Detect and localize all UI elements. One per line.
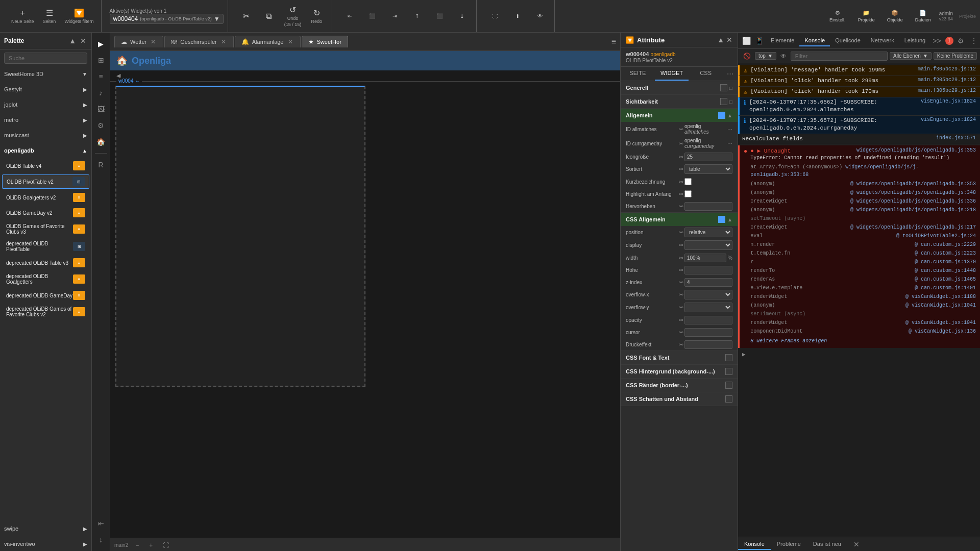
opacity-input[interactable] — [684, 316, 732, 324]
more-frames-link[interactable]: 8 weitere Frames anzeigen — [750, 338, 827, 344]
neue-seite-button[interactable]: + Neue Seite — [8, 7, 37, 26]
side-layers-button[interactable]: ≡ — [94, 69, 108, 84]
sortiert-link-icon[interactable]: ⚯ — [679, 166, 683, 172]
devtools-probleme-dropdown[interactable]: Keine Probleme — [934, 52, 977, 60]
highlight-link-icon[interactable]: ⚯ — [679, 191, 683, 197]
geschirrspueler-tab-close[interactable]: ✕ — [220, 38, 227, 45]
position-link-icon[interactable]: ⚯ — [679, 230, 683, 235]
css-hintergrund-checkbox[interactable] — [725, 368, 732, 375]
align-middle-button[interactable]: ⬛ — [429, 11, 450, 21]
tab-quellcode[interactable]: Quellcode — [830, 35, 866, 46]
fullscreen-button[interactable]: ⛶ — [485, 11, 505, 21]
expand-row[interactable]: ▶ — [738, 349, 980, 360]
canvas-zoom-in-button[interactable]: + — [146, 541, 156, 550]
canvas-fit-button[interactable]: ⛶ — [160, 541, 172, 550]
attr-section-generell-header[interactable]: Generell □ — [621, 81, 738, 94]
undo-button[interactable]: ↺ Undo (15 / 15) — [281, 3, 305, 29]
devtools-ebenen-dropdown[interactable]: Alle Ebenen ▼ — [890, 52, 932, 60]
widget-selector[interactable]: w000404 (openligadb - OLiDB PivotTable v… — [110, 14, 224, 24]
template-fn-link[interactable]: @ can.custom.js:2223 — [915, 249, 976, 257]
category-gestyit-header[interactable]: GestyIt ▶ — [4, 84, 87, 94]
overflow-x-link-icon[interactable]: ⚯ — [679, 292, 683, 297]
category-vis-inventwo-header[interactable]: vis-inventwo ▶ — [4, 539, 87, 549]
side-play-button[interactable]: ▶ — [94, 37, 108, 51]
sichtbarkeit-checkbox[interactable] — [720, 98, 727, 105]
preview-button[interactable]: 👁 — [530, 11, 550, 21]
width-input[interactable] — [684, 254, 726, 262]
bottom-tab-probleme[interactable]: Probleme — [771, 539, 807, 550]
icongroesse-input[interactable] — [684, 153, 732, 161]
anon-link-3[interactable]: @ widgets/openligadb/js/openligadb.js:21… — [850, 206, 976, 214]
n-render-link[interactable]: @ can.custom.js:2229 — [915, 241, 976, 248]
renderto-link[interactable]: @ can.custom.js:1448 — [915, 267, 976, 274]
hoehe-input[interactable] — [684, 266, 732, 274]
category-jqplot-header[interactable]: jqplot ▶ — [4, 99, 87, 110]
anon-link-1[interactable]: @ widgets/openligadb/js/openligadb.js:35… — [850, 180, 976, 188]
side-r-button[interactable]: R — [94, 158, 108, 172]
side-expand-button[interactable]: ⇤ — [94, 516, 108, 531]
renderwidget-link-2[interactable]: @ visCanWidget.jsx:1041 — [905, 319, 976, 327]
error-file-link[interactable]: widgets/openligadb/js/openligadb.js:353 — [856, 147, 976, 155]
list-item[interactable]: OLiDB Table v4 ≡ — [2, 159, 89, 172]
allgemein-checkbox[interactable] — [718, 112, 725, 119]
css-font-checkbox[interactable] — [725, 354, 732, 361]
list-item[interactable]: OLiDB PivotTable v2 ⊞ — [2, 174, 89, 189]
align-top-button[interactable]: ⤒ — [407, 11, 427, 21]
eval-link[interactable]: @ toOLiDBPivotTable2.js:24 — [896, 232, 976, 240]
attr-section-sichtbarkeit-header[interactable]: Sichtbarkeit □ — [621, 95, 738, 108]
allmatches-edit-icon[interactable]: ⋯ — [727, 127, 732, 132]
align-left-button[interactable]: ⇤ — [339, 11, 360, 21]
tab-konsole[interactable]: Konsole — [799, 35, 830, 46]
cut-button[interactable]: ✂ — [236, 9, 257, 23]
anon-vis-link[interactable]: @ visCanWidget.jsx:1041 — [905, 302, 976, 309]
kurzbezeichnung-checkbox[interactable] — [684, 178, 692, 185]
export-button[interactable]: ⬆ — [507, 11, 528, 21]
overflow-y-select[interactable] — [684, 303, 732, 312]
console-link-1[interactable]: main.f305bc29.js:12 — [918, 66, 976, 72]
bottom-tab-das-ist-neu[interactable]: Das ist neu — [807, 539, 847, 550]
attr-section-css-hintergrund-header[interactable]: CSS Hintergrund (background-...) — [621, 365, 738, 378]
attr-section-css-raender-header[interactable]: CSS Ränder (border-...) — [621, 379, 738, 392]
align-bottom-button[interactable]: ⤓ — [452, 11, 472, 21]
hervorheben-input[interactable] — [684, 202, 732, 211]
hervorheben-link-icon[interactable]: ⚯ — [679, 204, 683, 209]
position-select[interactable]: relative — [684, 228, 732, 237]
hoehe-link-icon[interactable]: ⚯ — [679, 267, 683, 273]
dateien-button[interactable]: 📄 Dateien — [911, 8, 935, 24]
list-item[interactable]: deprecated OLiDB PivotTable ⊞ — [2, 239, 89, 254]
side-settings-button[interactable]: ⚙ — [94, 118, 108, 133]
eviewetemplate-link[interactable]: @ can.custom.js:1401 — [915, 284, 976, 292]
list-item[interactable]: deprecated OLiDB Table v3 ≡ — [2, 256, 89, 269]
side-image-button[interactable]: 🖼 — [94, 102, 108, 116]
side-music-button[interactable]: ♪ — [94, 86, 108, 100]
console-link-5[interactable]: visEngine.jsx:1824 — [921, 117, 976, 122]
devtools-filter-input[interactable] — [791, 52, 888, 61]
tab-alarmanlage[interactable]: 🔔 Alarmanlage ✕ — [235, 36, 301, 47]
category-musiccast-header[interactable]: musiccast ▶ — [4, 130, 87, 140]
tab-seite[interactable]: SEITE — [621, 67, 655, 81]
side-arrow-button[interactable]: ↕ — [94, 533, 108, 547]
tab-geschirrspueler[interactable]: 🍽 Geschirrspüler ✕ — [164, 36, 234, 47]
cursor-link-icon[interactable]: ⚯ — [679, 330, 683, 335]
druckeffekt-link-icon[interactable]: ⚯ — [679, 342, 683, 347]
generell-checkbox[interactable] — [720, 84, 727, 91]
category-swipe-header[interactable]: swipe ▶ — [4, 523, 87, 534]
list-item[interactable]: deprecated OLiDB GameDay ≡ — [2, 289, 89, 302]
list-item[interactable]: deprecated OLiDB Goalgetters ≡ — [2, 271, 89, 287]
objekte-button[interactable]: 📦 Objekte — [883, 8, 907, 24]
console-link-2[interactable]: main.f305bc29.js:12 — [918, 77, 976, 83]
overflow-x-select[interactable] — [684, 290, 732, 299]
allmatches-link-icon[interactable]: ⚯ — [679, 127, 683, 132]
currgameday-edit-icon[interactable]: ⋯ — [727, 141, 732, 146]
cursor-input[interactable] — [684, 328, 732, 337]
opacity-link-icon[interactable]: ⚯ — [679, 317, 683, 323]
display-link-icon[interactable]: ⚯ — [679, 242, 683, 248]
bottom-tab-konsole[interactable]: Konsole — [738, 539, 771, 550]
currgameday-link-icon[interactable]: ⚯ — [679, 141, 683, 146]
tab-leistung[interactable]: Leistung — [899, 35, 931, 46]
list-item[interactable]: OLiDB Games of Favorite Clubs v3 ≡ — [2, 221, 89, 237]
css-raender-checkbox[interactable] — [725, 382, 732, 389]
align-right-button[interactable]: ⇥ — [384, 11, 405, 21]
attr-section-css-schatten-header[interactable]: CSS Schatten und Abstand — [621, 392, 738, 406]
create-widget-link-2[interactable]: @ widgets/openligadb/js/openligadb.js:21… — [850, 223, 976, 231]
